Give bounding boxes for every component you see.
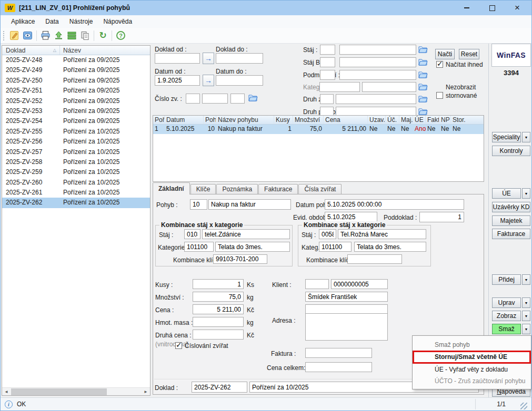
nezobrazit-stornovane-checkbox[interactable] [436, 92, 443, 99]
table-row[interactable]: 2025-ZV-254Pořízení za 09/2025 [2, 116, 150, 126]
table-row[interactable]: 2025-ZV-259Pořízení za 10/2025 [2, 167, 150, 177]
doklad-od-input[interactable] [155, 53, 200, 64]
doklad-do-input[interactable] [216, 53, 263, 64]
col-cena[interactable]: Cena [324, 116, 368, 124]
group2-kategorie-name[interactable] [354, 242, 426, 252]
close-button[interactable]: × [514, 4, 521, 12]
kusy-input[interactable] [193, 279, 244, 289]
cena-input[interactable] [193, 304, 244, 314]
folder-lookup-icon[interactable] [418, 45, 428, 53]
klient-number-input[interactable] [305, 279, 329, 289]
export-up-icon[interactable] [52, 29, 65, 42]
col-uzav[interactable]: Uzav. [368, 116, 386, 124]
table-row-selected[interactable]: 2025-ZV-262Pořízení za 10/2025 [2, 198, 150, 208]
pridej-button[interactable]: Přidej [492, 274, 521, 285]
staj-code-input[interactable] [320, 45, 335, 55]
list-rows-icon[interactable] [65, 29, 78, 42]
group2-kombinace-input[interactable] [347, 254, 402, 264]
zobraz-button[interactable]: Zobraz [492, 311, 521, 321]
kontroly-button[interactable]: Kontroly [492, 146, 530, 156]
column-header-nazev[interactable]: Název [60, 46, 150, 55]
nacitat-ihned-checkbox[interactable] [436, 61, 443, 68]
menu-item-smaz-pohyb[interactable]: Smaž pohyb [413, 339, 531, 351]
cislo-zv-input-1[interactable] [186, 94, 200, 104]
col-poh[interactable]: Poh. [204, 116, 216, 124]
table-row[interactable]: 2025-ZV-252Pořízení za 09/2025 [2, 96, 150, 106]
ue-button[interactable]: ÚE [492, 188, 521, 199]
col-mnozstvi[interactable]: Množství [293, 116, 324, 124]
menu-item-stornuj-smaz-vcetne-ue[interactable]: Stornuj/Smaž včetně ÚE [413, 351, 531, 364]
table-row[interactable]: 2025-ZV-256Pořízení za 10/2025 [2, 137, 150, 147]
klient-code-input[interactable] [331, 279, 388, 289]
col-datum[interactable]: Datum [165, 116, 204, 124]
staj-name-input[interactable] [339, 45, 416, 55]
doklad-number-input[interactable] [192, 382, 247, 393]
datum-do-input[interactable] [216, 75, 263, 86]
menu-data[interactable]: Data [40, 16, 64, 27]
horizontal-scrollbar[interactable]: ◄ ► [2, 387, 150, 395]
menu-napoveda[interactable]: Nápověda [98, 16, 137, 27]
refresh-icon[interactable]: ↻ [96, 29, 109, 42]
cislo-zv-input-2[interactable] [202, 94, 228, 104]
podmn-staji-code-input[interactable] [320, 70, 335, 80]
table-row[interactable]: 2025-ZV-258Pořízení za 10/2025 [2, 157, 150, 167]
minimize-button[interactable] [463, 4, 470, 12]
maximize-button[interactable] [488, 4, 496, 12]
kategorie-zv-name-input[interactable] [362, 82, 416, 92]
view-icon[interactable] [21, 29, 34, 42]
kategorie-zv-code-input[interactable] [319, 82, 360, 92]
copy-value-arrow-button[interactable]: → [203, 53, 214, 64]
folder-lookup-icon[interactable] [418, 107, 428, 115]
druha-cena-input[interactable] [193, 330, 244, 340]
menu-nastroje[interactable]: Nástroje [64, 16, 98, 27]
folder-lookup-icon[interactable] [418, 95, 428, 102]
table-row[interactable]: 2025-ZV-253Pořízení za 09/2025 [2, 106, 150, 116]
group2-kategorie-code[interactable] [319, 242, 352, 252]
ue-dropdown-icon[interactable]: ▼ [522, 188, 530, 199]
column-header-doklad[interactable]: Doklad △ [2, 46, 60, 55]
smaz-dropdown-icon[interactable]: ▼ [522, 324, 530, 334]
folder-lookup-icon[interactable] [418, 70, 428, 78]
reset-button[interactable]: Reset [459, 49, 479, 59]
edit-note-icon[interactable] [8, 29, 21, 42]
group1-staj-code[interactable] [184, 229, 200, 239]
uprav-dropdown-icon[interactable]: ▼ [522, 297, 530, 308]
group1-kombinace-input[interactable] [213, 254, 267, 264]
datum-poh-input[interactable] [325, 199, 464, 210]
majetek-button[interactable]: Majetek [492, 215, 530, 226]
speciality-dropdown-icon[interactable]: ▼ [522, 132, 530, 142]
table-row[interactable]: 2025-ZV-261Pořízení za 10/2025 [2, 188, 150, 198]
nacti-button[interactable]: Načti [435, 49, 455, 59]
group1-kategorie-code[interactable] [184, 242, 214, 252]
table-row[interactable]: 2025-ZV-255Pořízení za 10/2025 [2, 127, 150, 137]
tab-cisla-zvirat[interactable]: Čísla zvířat [298, 184, 342, 194]
col-por[interactable]: Poř. [153, 116, 165, 124]
menu-item-ue-vyrad-vety[interactable]: ÚE - Vyřaď věty z dokladu [413, 364, 531, 375]
pohyb-name-input[interactable] [208, 199, 291, 210]
scroll-right-icon[interactable]: ► [142, 389, 150, 394]
uprav-button[interactable]: Uprav [492, 297, 521, 308]
col-fakt[interactable]: Fakt [426, 116, 439, 124]
uzaverky-kd-button[interactable]: Uzávěrky KD [492, 202, 530, 212]
col-stor[interactable]: Stor. [451, 116, 484, 124]
tab-poznamka[interactable]: Poznámka [216, 184, 258, 194]
group2-staj-name[interactable] [338, 229, 426, 239]
smaz-button[interactable]: Smaž [492, 324, 521, 334]
druh-zv-name-input[interactable] [336, 94, 416, 104]
staj-b-name-input[interactable] [339, 57, 416, 67]
poddoklad-input[interactable] [419, 212, 464, 222]
movement-row-selected[interactable]: 1 5.10.2025 10 Nakup na faktur 1 75,0 5 … [153, 125, 484, 134]
mnozstvi-input[interactable] [193, 292, 244, 302]
pohyb-code-input[interactable] [190, 199, 207, 210]
table-row[interactable]: 2025-ZV-257Pořízení za 10/2025 [2, 147, 150, 157]
col-maj[interactable]: Maj. [399, 116, 413, 124]
cislovani-zvirat-checkbox[interactable] [175, 342, 182, 349]
table-row[interactable]: 2025-ZV-251Pořízení za 09/2025 [2, 86, 150, 96]
group1-kategorie-name[interactable] [215, 242, 290, 252]
help-icon[interactable]: ? [114, 29, 127, 42]
tab-zakladni[interactable]: Základní [153, 182, 190, 194]
adresa-textarea[interactable] [305, 313, 388, 341]
print-icon[interactable] [39, 29, 52, 42]
menu-aplikace[interactable]: Aplikace [6, 16, 40, 27]
faktura-input[interactable] [305, 348, 372, 358]
